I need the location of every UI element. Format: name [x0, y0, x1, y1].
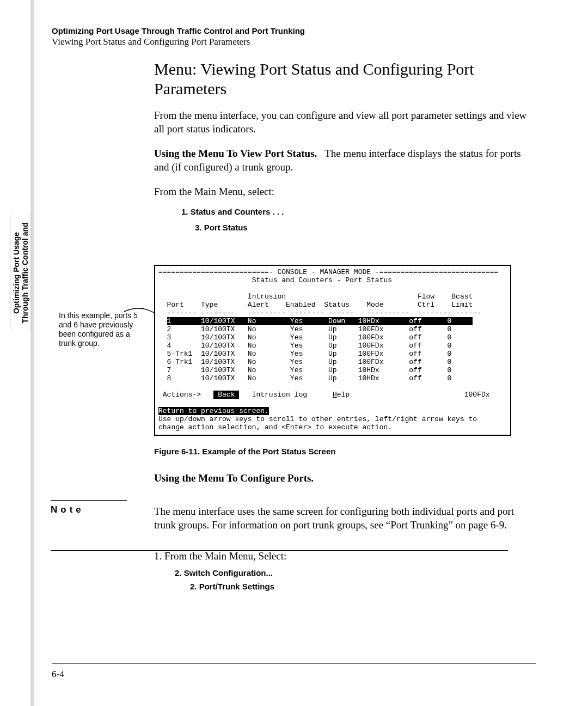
note-rule-top	[51, 500, 127, 501]
figure-callout: In this example, ports 5 and 6 have prev…	[59, 311, 140, 348]
intro-text: From the menu interface, you can configu…	[154, 108, 536, 136]
header-sub: Viewing Port Status and Configuring Port…	[52, 36, 536, 47]
view-status-heading: Using the Menu To View Port Status.	[154, 148, 317, 159]
configure-heading: Using the Menu To Configure Ports.	[154, 471, 536, 485]
figure-caption: Figure 6-11. Example of the Port Status …	[154, 447, 536, 456]
side-tab-line1: Optimizing Port Usage	[12, 222, 21, 323]
note-label: Note	[51, 504, 84, 515]
header-bold: Optimizing Port Usage Through Traffic Co…	[52, 26, 536, 35]
footer-rule	[52, 663, 536, 664]
side-tab-line2: Through Traffic Control and	[21, 222, 29, 323]
section-title: Menu: Viewing Port Status and Configurin…	[154, 59, 536, 99]
ol-switch-config: 2. Switch Configuration...	[175, 568, 536, 577]
ol-from-main: 1. From the Main Menu, Select:	[154, 549, 536, 563]
note-block: Note The menu interface uses the same sc…	[154, 504, 536, 532]
ol-port-trunk: 2. Port/Trunk Settings	[190, 582, 536, 591]
view-status-paragraph: Using the Menu To View Port Status. The …	[154, 147, 536, 174]
running-header: Optimizing Port Usage Through Traffic Co…	[52, 26, 536, 47]
note-body: The menu interface uses the same screen …	[154, 504, 536, 532]
side-tab: Optimizing Port Usage Through Traffic Co…	[11, 212, 30, 333]
console-screenshot: ==========================- CONSOLE - MA…	[154, 265, 511, 436]
figure-wrap: In this example, ports 5 and 6 have prev…	[154, 265, 536, 456]
menu-step-port-status: 3. Port Status	[195, 223, 536, 232]
note-rule-bot	[51, 550, 508, 551]
menu-step-status-counters: 1. Status and Counters . . .	[181, 207, 536, 216]
from-main-menu: From the Main Menu, select:	[154, 185, 536, 198]
side-strip	[30, 0, 34, 706]
page-number: 6-4	[52, 669, 64, 680]
